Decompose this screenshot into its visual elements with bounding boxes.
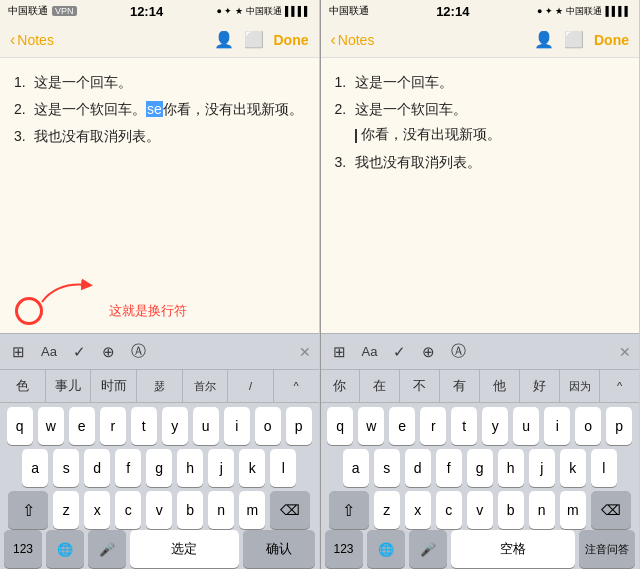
right-key-s[interactable]: s — [374, 449, 400, 487]
left-key-j[interactable]: j — [208, 449, 234, 487]
left-key-c[interactable]: c — [115, 491, 141, 529]
right-toolbar-check-icon[interactable]: ✓ — [389, 341, 410, 363]
right-key-extra[interactable]: 注音问答 — [579, 530, 635, 568]
right-key-mic[interactable]: 🎤 — [409, 530, 447, 568]
right-key-r[interactable]: r — [420, 407, 446, 445]
left-pred-6[interactable]: ^ — [274, 370, 319, 402]
right-key-l[interactable]: l — [591, 449, 617, 487]
right-key-y[interactable]: y — [482, 407, 508, 445]
left-key-b[interactable]: b — [177, 491, 203, 529]
right-key-u[interactable]: u — [513, 407, 539, 445]
right-done-button[interactable]: Done — [594, 32, 629, 48]
left-pred-0[interactable]: 色 — [0, 370, 46, 402]
left-key-e[interactable]: e — [69, 407, 95, 445]
right-toolbar-a-icon[interactable]: Ⓐ — [447, 340, 470, 363]
right-pred-0[interactable]: 你 — [321, 370, 361, 402]
left-key-g[interactable]: g — [146, 449, 172, 487]
right-key-k[interactable]: k — [560, 449, 586, 487]
right-key-a[interactable]: a — [343, 449, 369, 487]
right-key-t[interactable]: t — [451, 407, 477, 445]
left-key-v[interactable]: v — [146, 491, 172, 529]
right-share-icon[interactable]: ⬜ — [564, 30, 584, 49]
right-key-g[interactable]: g — [467, 449, 493, 487]
left-pred-3[interactable]: 瑟 — [137, 370, 183, 402]
right-key-123[interactable]: 123 — [325, 530, 363, 568]
left-note-content[interactable]: 1. 这是一个回车。 2. 这是一个软回车。se你看，没有出现新项。 3. 我也… — [0, 58, 319, 333]
left-toolbar-aa-icon[interactable]: Aa — [37, 342, 61, 361]
left-key-r[interactable]: r — [100, 407, 126, 445]
left-key-a[interactable]: a — [22, 449, 48, 487]
left-key-confirm[interactable]: 确认 — [243, 530, 315, 568]
right-key-w[interactable]: w — [358, 407, 384, 445]
right-key-v[interactable]: v — [467, 491, 493, 529]
left-key-w[interactable]: w — [38, 407, 64, 445]
left-key-d[interactable]: d — [84, 449, 110, 487]
right-key-globe[interactable]: 🌐 — [367, 530, 405, 568]
right-back-label[interactable]: Notes — [338, 32, 375, 48]
right-pred-5[interactable]: 好 — [520, 370, 560, 402]
left-pred-4[interactable]: 首尔 — [183, 370, 229, 402]
left-toolbar-check-icon[interactable]: ✓ — [69, 341, 90, 363]
left-key-o[interactable]: o — [255, 407, 281, 445]
left-key-space[interactable]: 选定 — [130, 530, 239, 568]
left-key-h[interactable]: h — [177, 449, 203, 487]
left-pred-5[interactable]: / — [228, 370, 274, 402]
left-done-button[interactable]: Done — [274, 32, 309, 48]
left-key-f[interactable]: f — [115, 449, 141, 487]
left-key-shift[interactable]: ⇧ — [8, 491, 48, 529]
left-key-i[interactable]: i — [224, 407, 250, 445]
left-key-123[interactable]: 123 — [4, 530, 42, 568]
left-toolbar-plus-icon[interactable]: ⊕ — [98, 341, 119, 363]
right-key-i[interactable]: i — [544, 407, 570, 445]
left-key-q[interactable]: q — [7, 407, 33, 445]
left-key-t[interactable]: t — [131, 407, 157, 445]
right-pred-3[interactable]: 有 — [440, 370, 480, 402]
left-key-s[interactable]: s — [53, 449, 79, 487]
right-pred-2[interactable]: 不 — [400, 370, 440, 402]
left-key-y[interactable]: y — [162, 407, 188, 445]
right-note-content[interactable]: 1. 这是一个回车。 2. 这是一个软回车。 你看，没有出现新项。 3. 我也没… — [321, 58, 640, 333]
left-key-delete[interactable]: ⌫ — [270, 491, 310, 529]
left-pred-2[interactable]: 时而 — [91, 370, 137, 402]
right-key-q[interactable]: q — [327, 407, 353, 445]
left-key-m[interactable]: m — [239, 491, 265, 529]
right-toolbar-table-icon[interactable]: ⊞ — [329, 341, 350, 363]
right-key-z[interactable]: z — [374, 491, 400, 529]
left-back-button[interactable]: ‹ Notes — [10, 31, 54, 49]
right-pred-7[interactable]: ^ — [600, 370, 639, 402]
left-key-z[interactable]: z — [53, 491, 79, 529]
right-key-n[interactable]: n — [529, 491, 555, 529]
right-key-h[interactable]: h — [498, 449, 524, 487]
right-back-button[interactable]: ‹ Notes — [331, 31, 375, 49]
left-key-u[interactable]: u — [193, 407, 219, 445]
right-key-e[interactable]: e — [389, 407, 415, 445]
right-toolbar-close-icon[interactable]: ✕ — [619, 344, 631, 360]
left-key-p[interactable]: p — [286, 407, 312, 445]
left-toolbar-a-icon[interactable]: Ⓐ — [127, 340, 150, 363]
right-pred-6[interactable]: 因为 — [560, 370, 600, 402]
right-key-space[interactable]: 空格 — [451, 530, 576, 568]
right-key-f[interactable]: f — [436, 449, 462, 487]
left-toolbar-table-icon[interactable]: ⊞ — [8, 341, 29, 363]
right-key-d[interactable]: d — [405, 449, 431, 487]
left-pred-1[interactable]: 事儿 — [46, 370, 92, 402]
left-key-globe[interactable]: 🌐 — [46, 530, 84, 568]
right-toolbar-plus-icon[interactable]: ⊕ — [418, 341, 439, 363]
right-key-p[interactable]: p — [606, 407, 632, 445]
left-key-mic[interactable]: 🎤 — [88, 530, 126, 568]
right-toolbar-aa-icon[interactable]: Aa — [358, 342, 382, 361]
left-share-icon[interactable]: ⬜ — [244, 30, 264, 49]
left-key-k[interactable]: k — [239, 449, 265, 487]
right-pred-4[interactable]: 他 — [480, 370, 520, 402]
right-key-j[interactable]: j — [529, 449, 555, 487]
right-key-x[interactable]: x — [405, 491, 431, 529]
left-key-n[interactable]: n — [208, 491, 234, 529]
left-toolbar-close-icon[interactable]: ✕ — [299, 344, 311, 360]
right-key-m[interactable]: m — [560, 491, 586, 529]
right-key-delete[interactable]: ⌫ — [591, 491, 631, 529]
right-pred-1[interactable]: 在 — [360, 370, 400, 402]
right-person-icon[interactable]: 👤 — [534, 30, 554, 49]
left-key-x[interactable]: x — [84, 491, 110, 529]
right-key-shift[interactable]: ⇧ — [329, 491, 369, 529]
right-key-c[interactable]: c — [436, 491, 462, 529]
